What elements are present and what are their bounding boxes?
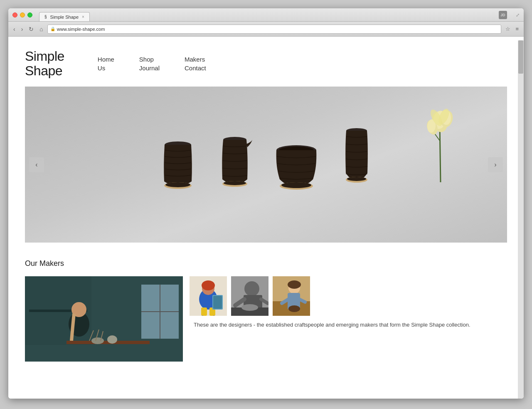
- toolbar-right: ☆ ≡: [504, 25, 520, 33]
- fullscreen-icon[interactable]: ⤢: [516, 12, 520, 17]
- site-logo[interactable]: Simple Shape: [25, 49, 64, 78]
- maker-image-3[interactable]: [231, 276, 268, 316]
- scrollbar-thumb[interactable]: [518, 40, 523, 74]
- nav-link-home[interactable]: Home: [98, 56, 114, 63]
- svg-point-34: [107, 335, 117, 344]
- flower-decoration: [424, 99, 457, 184]
- address-bar[interactable]: 🔒 www.simple-shape.com: [47, 25, 502, 34]
- nav-link-us[interactable]: Us: [98, 64, 114, 72]
- svg-point-9: [281, 182, 311, 188]
- ceramic-bowl: [273, 138, 319, 190]
- svg-point-2: [165, 182, 190, 187]
- svg-point-56: [241, 304, 258, 311]
- maker-image-2[interactable]: [190, 276, 227, 316]
- maker-main-image[interactable]: [25, 276, 183, 362]
- nav-link-shop[interactable]: Shop: [139, 56, 160, 63]
- svg-point-33: [91, 337, 104, 344]
- browser-window: § Simple Shape × JD ⤢ ‹ › ↻ ⌂ 🔒 www.simp…: [8, 8, 524, 399]
- ceramic-cup: [159, 136, 197, 190]
- makers-title: Our Makers: [25, 259, 507, 268]
- tab-title: Simple Shape: [50, 15, 79, 20]
- minimize-button[interactable]: [20, 12, 25, 17]
- fullscreen-button[interactable]: [27, 12, 32, 17]
- makers-small-images-row: [190, 276, 470, 316]
- nav-link-journal[interactable]: Journal: [139, 64, 160, 72]
- nav-column-1: Home Us: [98, 56, 114, 72]
- menu-button[interactable]: ≡: [514, 25, 520, 33]
- svg-point-5: [224, 181, 246, 185]
- bookmark-button[interactable]: ☆: [504, 25, 512, 33]
- forward-button[interactable]: ›: [20, 25, 25, 33]
- nav-column-3: Makers Contact: [185, 56, 206, 72]
- nav-link-contact[interactable]: Contact: [185, 64, 206, 72]
- ceramics-display: [159, 123, 373, 206]
- slider-prev-button[interactable]: ‹: [29, 157, 44, 172]
- user-avatar: JD: [499, 11, 507, 19]
- browser-titlebar: § Simple Shape × JD ⤢: [8, 8, 524, 22]
- makers-right-col: These are the designers - the establishe…: [190, 276, 470, 330]
- site-header: Simple Shape Home Us Shop Journal Makers…: [8, 37, 524, 87]
- refresh-button[interactable]: ↻: [27, 25, 35, 33]
- nav-column-2: Shop Journal: [139, 56, 160, 72]
- url-text: www.simple-shape.com: [57, 27, 105, 32]
- nav-link-makers[interactable]: Makers: [185, 56, 206, 63]
- svg-point-12: [347, 177, 366, 181]
- makers-grid: These are the designers - the establishe…: [25, 276, 507, 362]
- workshop-scene-svg: [25, 276, 183, 362]
- ceramic-vase: [340, 123, 373, 190]
- close-button[interactable]: [12, 12, 17, 17]
- flower-svg: [424, 99, 457, 182]
- tab-bar: § Simple Shape ×: [39, 8, 90, 21]
- back-button[interactable]: ‹: [12, 25, 17, 33]
- window-controls: [12, 12, 32, 17]
- slider-next-button[interactable]: ›: [488, 157, 503, 172]
- tab-close-icon[interactable]: ×: [82, 15, 84, 19]
- maker-2-svg: [190, 276, 227, 316]
- svg-point-42: [202, 280, 215, 290]
- lock-icon: 🔒: [50, 27, 55, 31]
- browser-toolbar: ‹ › ↻ ⌂ 🔒 www.simple-shape.com ☆ ≡: [8, 22, 524, 37]
- makers-description-col: These are the designers - the establishe…: [190, 321, 470, 330]
- svg-rect-43: [201, 307, 207, 316]
- site-nav: Home Us Shop Journal Makers Contact: [98, 56, 206, 72]
- browser-tab[interactable]: § Simple Shape ×: [39, 12, 90, 21]
- svg-rect-48: [213, 296, 222, 309]
- svg-point-66: [288, 305, 300, 312]
- workshop-scene-bg: [25, 276, 183, 362]
- svg-point-63: [288, 280, 301, 289]
- makers-description-text: These are the designers - the establishe…: [194, 321, 470, 330]
- hero-slider: ‹ ›: [25, 87, 507, 243]
- maker-image-4[interactable]: [273, 276, 310, 316]
- makers-section: Our Makers: [8, 243, 524, 374]
- maker-4-svg: [273, 276, 310, 316]
- maker-3-svg: [231, 276, 268, 316]
- svg-line-13: [440, 124, 441, 182]
- svg-point-51: [244, 281, 259, 296]
- scrollbar-track[interactable]: [518, 40, 524, 399]
- website-content: Simple Shape Home Us Shop Journal Makers…: [8, 37, 524, 399]
- home-button[interactable]: ⌂: [38, 25, 44, 33]
- tab-favicon: §: [44, 15, 47, 19]
- ceramic-pitcher: [217, 131, 253, 190]
